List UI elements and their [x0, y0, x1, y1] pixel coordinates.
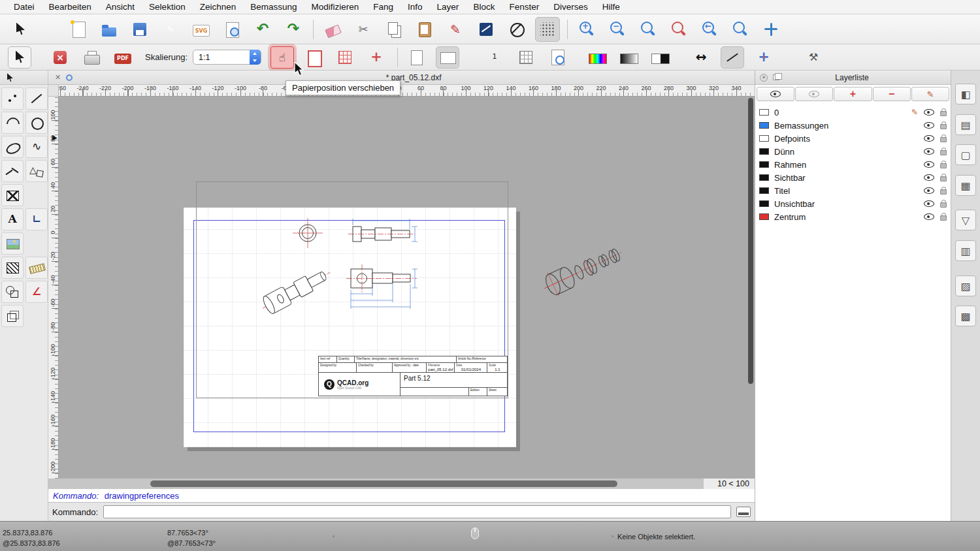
cut-button[interactable]: ✂ — [351, 17, 376, 42]
linetype-scale-button[interactable] — [721, 46, 744, 69]
ellipse-tools-button[interactable] — [1, 136, 24, 158]
layer-lock-icon[interactable] — [940, 124, 947, 129]
measure-tools-button[interactable] — [25, 257, 48, 279]
snap-tools-button[interactable]: ∠ — [25, 281, 48, 303]
undo-button[interactable]: ↶ — [250, 17, 275, 42]
layer-lock-icon[interactable] — [940, 137, 947, 142]
pan-button[interactable] — [759, 17, 783, 42]
polyline-tools-button[interactable] — [1, 160, 24, 182]
order-tools-button[interactable] — [1, 257, 24, 279]
show-all-layers-button[interactable] — [757, 87, 794, 101]
layer-row-sichtbar[interactable]: Sichtbar — [755, 171, 951, 184]
grid-toggle-button[interactable] — [535, 17, 560, 42]
layer-row-titel[interactable]: Titel — [755, 184, 951, 197]
layer-lock-icon[interactable] — [940, 189, 947, 195]
paper-frame-button[interactable] — [302, 46, 325, 69]
redo-button[interactable]: ↷ — [281, 17, 306, 42]
menu-fang[interactable]: Fang — [366, 0, 400, 14]
selection-pointer-button[interactable] — [8, 17, 33, 42]
menu-info[interactable]: Info — [400, 0, 430, 14]
erase-button[interactable] — [320, 17, 345, 42]
zoom-out-button[interactable]: − — [605, 17, 630, 42]
image-tool-button[interactable] — [1, 232, 24, 255]
menu-ansicht[interactable]: Ansicht — [99, 0, 142, 14]
show-paper-grid-button[interactable] — [514, 46, 538, 69]
close-print-preview-button[interactable]: × — [48, 46, 72, 69]
lineweight-scale-button[interactable]: ↔ — [689, 46, 713, 69]
dock-command-history-button[interactable]: ▨ — [955, 276, 976, 296]
zoom-in-button[interactable]: + — [574, 17, 599, 42]
horizontal-scrollbar[interactable] — [48, 479, 704, 489]
edit-layer-button[interactable]: ✎ — [911, 87, 949, 101]
svg-export-button[interactable]: SVG — [189, 17, 214, 42]
horizontal-scrollbar-thumb[interactable] — [150, 480, 617, 487]
drawing-canvas[interactable]: Item ref Quantity Title/Name, designatio… — [59, 97, 755, 479]
layer-visibility-icon[interactable] — [924, 135, 934, 142]
layer-row-dünn[interactable]: Dünn — [755, 145, 951, 158]
layer-visibility-icon[interactable] — [924, 200, 934, 207]
layer-row-rahmen[interactable]: Rahmen — [755, 158, 951, 171]
projection-tools-button[interactable] — [1, 305, 24, 327]
layer-visibility-icon[interactable] — [924, 148, 934, 155]
zoom-to-page-button[interactable] — [546, 46, 569, 69]
zoom-previous-button[interactable] — [666, 17, 691, 42]
pdf-export-button[interactable]: PDF — [111, 46, 135, 69]
menu-fenster[interactable]: Fenster — [502, 0, 546, 14]
layer-visibility-icon[interactable] — [924, 213, 934, 220]
remove-layer-button[interactable]: − — [873, 87, 911, 101]
menu-hilfe[interactable]: Hilfe — [595, 0, 627, 14]
layer-row-bemassungen[interactable]: Bemassungen — [755, 119, 951, 132]
command-detach-button[interactable] — [736, 507, 751, 517]
panel-expand-handle[interactable]: ▶ — [52, 134, 57, 141]
layer-visibility-icon[interactable] — [924, 161, 934, 168]
layer-lock-icon[interactable] — [940, 176, 947, 181]
add-layer-button[interactable]: + — [834, 87, 872, 101]
auto-zoom-button[interactable] — [636, 17, 661, 42]
scale-select[interactable]: 1:1 — [193, 50, 261, 65]
page-borders-grid-button[interactable] — [333, 46, 357, 69]
layer-row-0[interactable]: 0✎ — [755, 106, 951, 119]
dock-clipboard-button[interactable]: ▩ — [955, 306, 976, 326]
hatch-tools-button[interactable] — [1, 184, 24, 206]
tools-button[interactable]: ⚒ — [802, 46, 825, 69]
circle-tools-button[interactable] — [25, 112, 48, 134]
pen-button[interactable]: ✎ — [443, 17, 468, 42]
black-white-mode-button[interactable] — [649, 46, 672, 69]
selection-tool-button[interactable] — [8, 46, 31, 69]
menu-bearbeiten[interactable]: Bearbeiten — [42, 0, 99, 14]
open-document-button[interactable] — [97, 17, 122, 42]
menu-selektion[interactable]: Selektion — [142, 0, 193, 14]
document-close-icon[interactable]: ✕ — [55, 73, 61, 82]
previous-view-button[interactable]: ← — [697, 17, 722, 42]
block-tools-button[interactable] — [1, 281, 24, 303]
layer-lock-icon[interactable] — [940, 150, 947, 155]
command-input[interactable] — [103, 505, 731, 518]
grayscale-mode-button[interactable] — [617, 46, 641, 69]
portrait-orientation-button[interactable] — [404, 46, 428, 69]
layer-row-zentrum[interactable]: Zentrum — [755, 210, 951, 223]
print-button[interactable] — [80, 46, 103, 69]
drawing-preferences-button[interactable]: ✎ — [158, 17, 183, 42]
layer-lock-icon[interactable] — [940, 163, 947, 168]
point-tools-button[interactable] — [1, 87, 24, 110]
dock-layer-list-button[interactable]: ▦ — [955, 175, 976, 196]
layer-row-unsichtbar[interactable]: Unsichtbar — [755, 197, 951, 210]
layer-row-defpoints[interactable]: Defpoints — [755, 132, 951, 145]
dock-selection-filter-button[interactable]: ▽ — [955, 210, 976, 230]
layer-visibility-icon[interactable] — [924, 187, 934, 194]
shape-tools-button[interactable]: △ — [25, 160, 48, 182]
point-marks-button[interactable]: + — [752, 46, 776, 69]
dimension-tools-button[interactable]: ∟ — [25, 208, 48, 230]
hide-all-layers-button[interactable] — [795, 87, 833, 101]
stepper-icon[interactable] — [250, 50, 261, 65]
arc-tools-button[interactable] — [1, 112, 24, 134]
zoom-window-button[interactable] — [728, 17, 753, 42]
menu-block[interactable]: Block — [466, 0, 502, 14]
panel-close-icon[interactable]: ✕ — [760, 74, 768, 82]
panel-detach-icon[interactable] — [773, 74, 779, 80]
line-tools-button[interactable] — [25, 87, 48, 110]
layer-lock-icon[interactable] — [940, 202, 947, 208]
dock-property-editor-button[interactable]: ◧ — [955, 84, 976, 104]
layer-visibility-icon[interactable] — [924, 109, 934, 116]
vertical-scrollbar[interactable] — [748, 98, 753, 384]
